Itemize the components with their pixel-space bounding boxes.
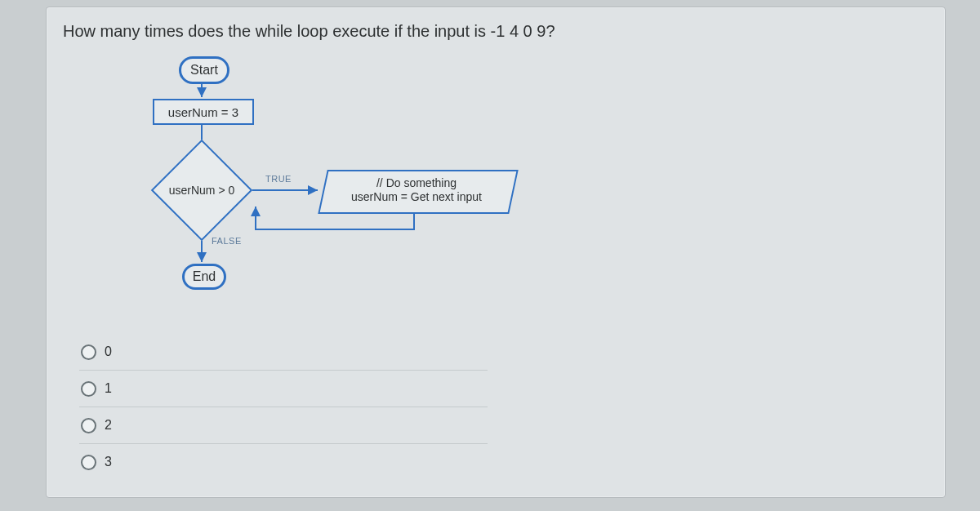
answer-option-2[interactable]: 2 (79, 407, 488, 444)
flow-condition-label: userNum > 0 (169, 184, 235, 197)
flow-body-line1: // Do something (376, 176, 457, 191)
question-card: How many times does the while loop execu… (46, 7, 946, 498)
answer-list: 0 1 2 3 (79, 334, 488, 480)
answer-option-label: 1 (105, 381, 112, 396)
flow-false-label: FALSE (212, 236, 242, 246)
answer-option-label: 3 (105, 455, 112, 469)
flow-body-node: // Do something userNum = Get next input (323, 170, 510, 211)
flow-start-node: Start (179, 56, 229, 84)
flow-init-label: userNum = 3 (168, 105, 238, 119)
answer-option-1[interactable]: 1 (79, 371, 488, 407)
flow-condition-node: userNum > 0 (153, 158, 251, 223)
flowchart: Start userNum = 3 userNum > 0 TRUE FALSE… (112, 53, 635, 306)
flow-end-label: End (193, 269, 216, 284)
answer-option-3[interactable]: 3 (79, 444, 488, 480)
page: How many times does the while loop execu… (0, 0, 980, 511)
radio-icon (81, 418, 96, 433)
answer-option-label: 2 (105, 418, 112, 433)
flow-true-label: TRUE (265, 174, 292, 184)
answer-option-0[interactable]: 0 (79, 334, 488, 371)
flow-end-node: End (182, 264, 226, 290)
flow-start-label: Start (190, 63, 218, 78)
answer-option-label: 0 (105, 344, 112, 359)
flow-init-node: userNum = 3 (153, 99, 254, 125)
radio-icon (81, 455, 96, 470)
radio-icon (81, 344, 96, 360)
radio-icon (81, 381, 96, 397)
question-text: How many times does the while loop execu… (63, 22, 555, 41)
flow-body-line2: userNum = Get next input (351, 190, 482, 205)
